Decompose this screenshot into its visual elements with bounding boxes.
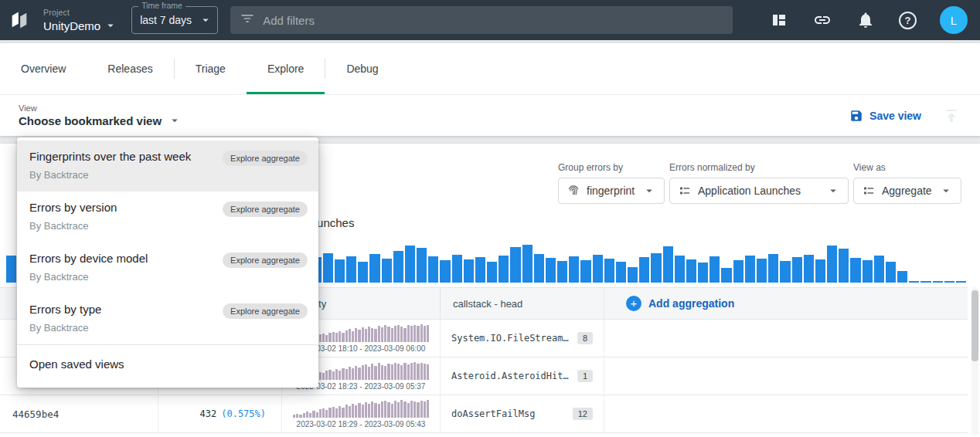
menu-item-errors-by-type[interactable]: Errors by type Explore aggregate By Back… — [17, 293, 318, 344]
chart-bar[interactable] — [850, 258, 860, 283]
notifications-bell-icon[interactable] — [856, 10, 876, 30]
chart-bar[interactable] — [956, 281, 966, 283]
group-errors-dropdown[interactable]: fingerprint — [558, 178, 665, 204]
chart-bar[interactable] — [944, 281, 954, 283]
chart-bar[interactable] — [405, 246, 415, 283]
chart-bar[interactable] — [792, 257, 802, 283]
chevron-down-icon — [199, 13, 213, 27]
scroll-to-top-icon[interactable] — [941, 106, 961, 126]
add-aggregation-button[interactable]: + Add aggregation — [604, 288, 968, 319]
chart-bar[interactable] — [709, 256, 720, 283]
chart-bar[interactable] — [369, 254, 379, 283]
chart-bar[interactable] — [839, 249, 849, 283]
tab-debug[interactable]: Debug — [325, 43, 399, 94]
chart-bar[interactable] — [815, 259, 825, 283]
chart-bar[interactable] — [593, 255, 603, 283]
chart-bar[interactable] — [768, 254, 778, 283]
tab-releases[interactable]: Releases — [87, 43, 173, 94]
chart-bar[interactable] — [6, 256, 16, 283]
chart-bar[interactable] — [933, 281, 943, 283]
chart-bar[interactable] — [686, 259, 696, 283]
chart-bar[interactable] — [358, 262, 368, 283]
normalized-by-dropdown[interactable]: Application Launches — [669, 178, 849, 204]
save-view-button[interactable]: Save view — [849, 109, 921, 123]
callstack-frame: doAssertFailMsg — [451, 408, 567, 419]
link-icon[interactable] — [812, 10, 832, 30]
tab-triage[interactable]: Triage — [175, 43, 247, 94]
chart-bar[interactable] — [757, 259, 767, 283]
chart-bar[interactable] — [780, 261, 790, 283]
sparkline-bar — [397, 325, 400, 342]
help-icon[interactable]: ? — [899, 12, 917, 29]
chart-bar[interactable] — [827, 246, 837, 283]
cell-empty — [604, 320, 968, 357]
chart-bar[interactable] — [745, 256, 755, 283]
chart-bar[interactable] — [639, 257, 649, 283]
backtrace-logo[interactable] — [8, 8, 31, 32]
scrollbar-thumb[interactable] — [971, 290, 978, 361]
filter-bar[interactable] — [230, 6, 733, 34]
sparkline-bar — [427, 325, 429, 342]
activity-sparkline — [293, 400, 429, 418]
chart-bar[interactable] — [475, 257, 485, 283]
chart-bar[interactable] — [909, 281, 919, 283]
chart-bar[interactable] — [557, 261, 567, 283]
chart-bar[interactable] — [510, 247, 520, 283]
open-saved-views-item[interactable]: Open saved views — [17, 344, 318, 384]
chart-bar[interactable] — [393, 251, 403, 283]
chart-bar[interactable] — [804, 255, 814, 283]
chart-bar[interactable] — [440, 260, 450, 283]
filter-input[interactable] — [263, 14, 723, 27]
sparkline-bar — [374, 329, 376, 341]
chart-bar[interactable] — [569, 256, 579, 283]
tab-explore[interactable]: Explore — [247, 43, 325, 94]
chart-bar[interactable] — [663, 246, 673, 283]
chart-bar[interactable] — [487, 262, 497, 283]
project-selector[interactable]: Project UnityDemo — [43, 8, 117, 32]
chart-bar[interactable] — [417, 248, 427, 283]
bookmarked-view-dropdown[interactable]: Choose bookmarked view — [19, 113, 182, 127]
chart-bar[interactable] — [346, 256, 356, 283]
chart-bar[interactable] — [897, 271, 907, 283]
chart-bar[interactable] — [651, 253, 661, 283]
table-row[interactable]: 44659be4 432 (0.575%) 2023-03-02 18:29 -… — [0, 395, 968, 433]
chart-bar[interactable] — [628, 267, 638, 283]
chart-bar[interactable] — [733, 260, 744, 283]
chart-bar[interactable] — [920, 281, 931, 283]
chart-bar[interactable] — [580, 260, 590, 283]
timeframe-selector[interactable]: Time frame last 7 days — [131, 6, 218, 34]
user-avatar[interactable]: L — [940, 6, 968, 34]
layout-columns-icon[interactable] — [769, 10, 789, 30]
sparkline-bar — [397, 402, 400, 418]
chart-bar[interactable] — [382, 259, 392, 283]
chart-bar[interactable] — [616, 262, 626, 283]
chart-bar[interactable] — [698, 263, 708, 283]
chart-bar[interactable] — [721, 268, 731, 283]
sparkline-bar — [403, 328, 406, 342]
chart-bar[interactable] — [604, 259, 614, 283]
sparkline-bar — [397, 364, 400, 379]
chart-bar[interactable] — [428, 256, 438, 283]
chart-bar[interactable] — [675, 256, 685, 283]
menu-item-fingerprints-week[interactable]: Fingerprints over the past week Explore … — [17, 141, 318, 191]
menu-item-errors-by-version[interactable]: Errors by version Explore aggregate By B… — [17, 191, 318, 242]
sparkline-bar — [387, 327, 390, 342]
chart-bar[interactable] — [464, 259, 474, 283]
sparkline-bar — [394, 401, 396, 417]
chart-bar[interactable] — [546, 258, 556, 283]
tab-overview[interactable]: Overview — [0, 43, 87, 94]
header-callstack-head[interactable]: callstack - head — [441, 288, 604, 319]
chart-bar[interactable] — [534, 254, 544, 283]
chart-bar[interactable] — [874, 256, 884, 283]
chart-bar[interactable] — [522, 245, 533, 283]
sparkline-bar — [420, 401, 423, 417]
menu-item-errors-by-device-model[interactable]: Errors by device model Explore aggregate… — [17, 242, 318, 293]
chart-bar[interactable] — [886, 262, 896, 283]
chart-bar[interactable] — [499, 256, 509, 283]
chart-bar[interactable] — [452, 255, 462, 283]
chart-bar[interactable] — [335, 259, 345, 283]
chart-bar[interactable] — [863, 260, 873, 283]
sparkline-bar — [322, 373, 325, 379]
chart-bar[interactable] — [323, 253, 333, 283]
view-as-dropdown[interactable]: Aggregate — [853, 178, 961, 204]
